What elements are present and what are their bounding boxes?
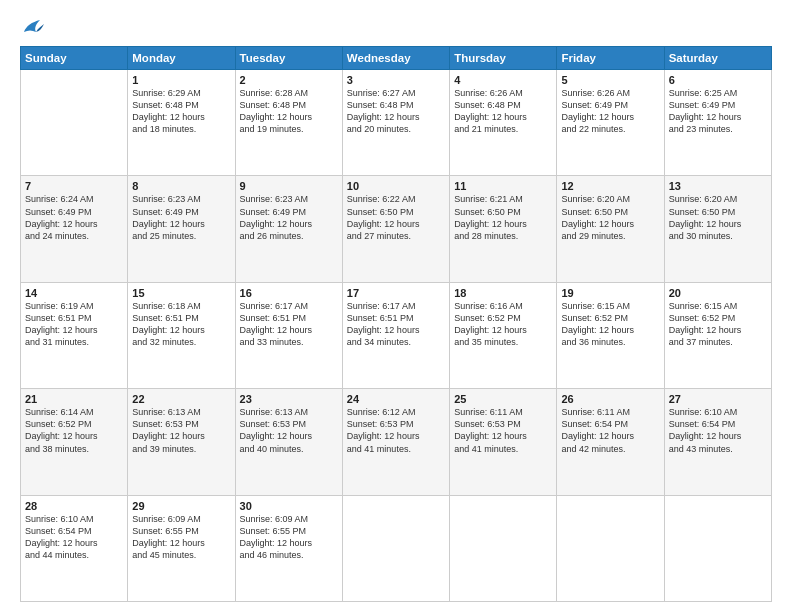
calendar-week-row: 1Sunrise: 6:29 AM Sunset: 6:48 PM Daylig… — [21, 70, 772, 176]
calendar-day-header: Saturday — [664, 47, 771, 70]
day-info: Sunrise: 6:25 AM Sunset: 6:49 PM Dayligh… — [669, 87, 767, 136]
day-number: 13 — [669, 180, 767, 192]
calendar-cell: 22Sunrise: 6:13 AM Sunset: 6:53 PM Dayli… — [128, 389, 235, 495]
calendar-cell: 5Sunrise: 6:26 AM Sunset: 6:49 PM Daylig… — [557, 70, 664, 176]
calendar-cell — [450, 495, 557, 601]
calendar-cell: 16Sunrise: 6:17 AM Sunset: 6:51 PM Dayli… — [235, 282, 342, 388]
day-info: Sunrise: 6:15 AM Sunset: 6:52 PM Dayligh… — [561, 300, 659, 349]
calendar-cell: 26Sunrise: 6:11 AM Sunset: 6:54 PM Dayli… — [557, 389, 664, 495]
day-info: Sunrise: 6:26 AM Sunset: 6:49 PM Dayligh… — [561, 87, 659, 136]
calendar-cell: 27Sunrise: 6:10 AM Sunset: 6:54 PM Dayli… — [664, 389, 771, 495]
day-number: 3 — [347, 74, 445, 86]
day-number: 30 — [240, 500, 338, 512]
page: SundayMondayTuesdayWednesdayThursdayFrid… — [0, 0, 792, 612]
day-number: 22 — [132, 393, 230, 405]
calendar-cell: 6Sunrise: 6:25 AM Sunset: 6:49 PM Daylig… — [664, 70, 771, 176]
day-info: Sunrise: 6:27 AM Sunset: 6:48 PM Dayligh… — [347, 87, 445, 136]
calendar-cell — [664, 495, 771, 601]
day-number: 18 — [454, 287, 552, 299]
calendar-cell: 21Sunrise: 6:14 AM Sunset: 6:52 PM Dayli… — [21, 389, 128, 495]
calendar-cell: 10Sunrise: 6:22 AM Sunset: 6:50 PM Dayli… — [342, 176, 449, 282]
day-info: Sunrise: 6:20 AM Sunset: 6:50 PM Dayligh… — [669, 193, 767, 242]
calendar-week-row: 7Sunrise: 6:24 AM Sunset: 6:49 PM Daylig… — [21, 176, 772, 282]
calendar-cell: 9Sunrise: 6:23 AM Sunset: 6:49 PM Daylig… — [235, 176, 342, 282]
calendar-cell: 28Sunrise: 6:10 AM Sunset: 6:54 PM Dayli… — [21, 495, 128, 601]
day-number: 8 — [132, 180, 230, 192]
calendar-cell: 12Sunrise: 6:20 AM Sunset: 6:50 PM Dayli… — [557, 176, 664, 282]
calendar-cell: 29Sunrise: 6:09 AM Sunset: 6:55 PM Dayli… — [128, 495, 235, 601]
day-info: Sunrise: 6:17 AM Sunset: 6:51 PM Dayligh… — [240, 300, 338, 349]
day-number: 6 — [669, 74, 767, 86]
day-info: Sunrise: 6:09 AM Sunset: 6:55 PM Dayligh… — [132, 513, 230, 562]
day-number: 1 — [132, 74, 230, 86]
day-info: Sunrise: 6:12 AM Sunset: 6:53 PM Dayligh… — [347, 406, 445, 455]
calendar-cell: 18Sunrise: 6:16 AM Sunset: 6:52 PM Dayli… — [450, 282, 557, 388]
day-number: 5 — [561, 74, 659, 86]
calendar-cell: 14Sunrise: 6:19 AM Sunset: 6:51 PM Dayli… — [21, 282, 128, 388]
day-info: Sunrise: 6:10 AM Sunset: 6:54 PM Dayligh… — [669, 406, 767, 455]
day-info: Sunrise: 6:11 AM Sunset: 6:54 PM Dayligh… — [561, 406, 659, 455]
day-number: 26 — [561, 393, 659, 405]
calendar-day-header: Monday — [128, 47, 235, 70]
day-info: Sunrise: 6:28 AM Sunset: 6:48 PM Dayligh… — [240, 87, 338, 136]
day-info: Sunrise: 6:24 AM Sunset: 6:49 PM Dayligh… — [25, 193, 123, 242]
logo-bird-icon — [22, 18, 44, 36]
calendar-cell: 1Sunrise: 6:29 AM Sunset: 6:48 PM Daylig… — [128, 70, 235, 176]
day-info: Sunrise: 6:16 AM Sunset: 6:52 PM Dayligh… — [454, 300, 552, 349]
day-number: 16 — [240, 287, 338, 299]
logo — [20, 18, 44, 36]
day-info: Sunrise: 6:09 AM Sunset: 6:55 PM Dayligh… — [240, 513, 338, 562]
day-number: 24 — [347, 393, 445, 405]
day-number: 11 — [454, 180, 552, 192]
day-number: 15 — [132, 287, 230, 299]
calendar-cell: 8Sunrise: 6:23 AM Sunset: 6:49 PM Daylig… — [128, 176, 235, 282]
calendar-cell: 30Sunrise: 6:09 AM Sunset: 6:55 PM Dayli… — [235, 495, 342, 601]
calendar-cell: 2Sunrise: 6:28 AM Sunset: 6:48 PM Daylig… — [235, 70, 342, 176]
day-info: Sunrise: 6:15 AM Sunset: 6:52 PM Dayligh… — [669, 300, 767, 349]
day-number: 7 — [25, 180, 123, 192]
day-info: Sunrise: 6:22 AM Sunset: 6:50 PM Dayligh… — [347, 193, 445, 242]
day-number: 12 — [561, 180, 659, 192]
day-info: Sunrise: 6:13 AM Sunset: 6:53 PM Dayligh… — [240, 406, 338, 455]
calendar-week-row: 21Sunrise: 6:14 AM Sunset: 6:52 PM Dayli… — [21, 389, 772, 495]
calendar-cell: 13Sunrise: 6:20 AM Sunset: 6:50 PM Dayli… — [664, 176, 771, 282]
day-info: Sunrise: 6:23 AM Sunset: 6:49 PM Dayligh… — [240, 193, 338, 242]
day-info: Sunrise: 6:14 AM Sunset: 6:52 PM Dayligh… — [25, 406, 123, 455]
calendar-cell: 3Sunrise: 6:27 AM Sunset: 6:48 PM Daylig… — [342, 70, 449, 176]
day-number: 20 — [669, 287, 767, 299]
calendar-day-header: Thursday — [450, 47, 557, 70]
day-info: Sunrise: 6:17 AM Sunset: 6:51 PM Dayligh… — [347, 300, 445, 349]
day-number: 25 — [454, 393, 552, 405]
day-number: 19 — [561, 287, 659, 299]
calendar-cell: 25Sunrise: 6:11 AM Sunset: 6:53 PM Dayli… — [450, 389, 557, 495]
calendar-day-header: Sunday — [21, 47, 128, 70]
day-info: Sunrise: 6:26 AM Sunset: 6:48 PM Dayligh… — [454, 87, 552, 136]
day-number: 14 — [25, 287, 123, 299]
day-number: 29 — [132, 500, 230, 512]
day-number: 28 — [25, 500, 123, 512]
day-number: 17 — [347, 287, 445, 299]
calendar-cell: 23Sunrise: 6:13 AM Sunset: 6:53 PM Dayli… — [235, 389, 342, 495]
calendar-cell: 24Sunrise: 6:12 AM Sunset: 6:53 PM Dayli… — [342, 389, 449, 495]
calendar-cell: 4Sunrise: 6:26 AM Sunset: 6:48 PM Daylig… — [450, 70, 557, 176]
day-number: 21 — [25, 393, 123, 405]
calendar-cell — [557, 495, 664, 601]
day-info: Sunrise: 6:10 AM Sunset: 6:54 PM Dayligh… — [25, 513, 123, 562]
calendar-day-header: Wednesday — [342, 47, 449, 70]
calendar-week-row: 28Sunrise: 6:10 AM Sunset: 6:54 PM Dayli… — [21, 495, 772, 601]
day-number: 4 — [454, 74, 552, 86]
header — [20, 18, 772, 36]
calendar-day-header: Tuesday — [235, 47, 342, 70]
calendar-cell: 15Sunrise: 6:18 AM Sunset: 6:51 PM Dayli… — [128, 282, 235, 388]
day-info: Sunrise: 6:21 AM Sunset: 6:50 PM Dayligh… — [454, 193, 552, 242]
day-number: 9 — [240, 180, 338, 192]
calendar-week-row: 14Sunrise: 6:19 AM Sunset: 6:51 PM Dayli… — [21, 282, 772, 388]
day-info: Sunrise: 6:29 AM Sunset: 6:48 PM Dayligh… — [132, 87, 230, 136]
calendar-cell — [21, 70, 128, 176]
day-info: Sunrise: 6:23 AM Sunset: 6:49 PM Dayligh… — [132, 193, 230, 242]
calendar-cell: 20Sunrise: 6:15 AM Sunset: 6:52 PM Dayli… — [664, 282, 771, 388]
day-number: 2 — [240, 74, 338, 86]
day-info: Sunrise: 6:18 AM Sunset: 6:51 PM Dayligh… — [132, 300, 230, 349]
calendar-cell — [342, 495, 449, 601]
calendar-header-row: SundayMondayTuesdayWednesdayThursdayFrid… — [21, 47, 772, 70]
